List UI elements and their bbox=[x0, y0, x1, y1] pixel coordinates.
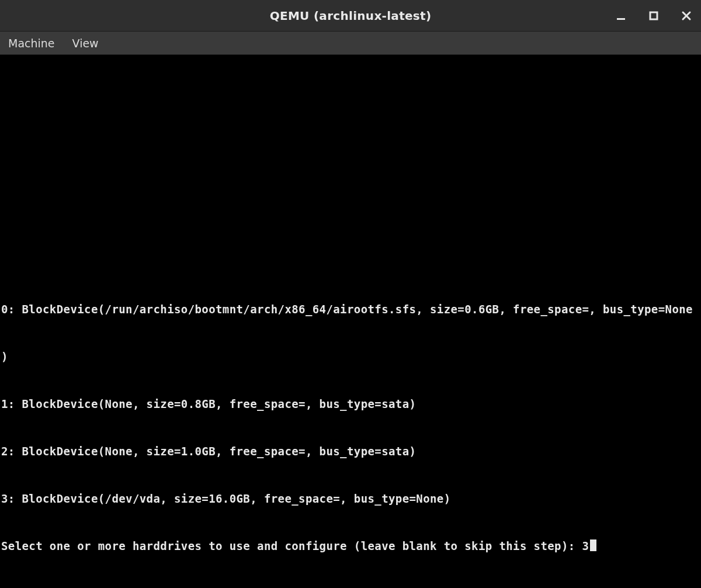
terminal-prompt: Select one or more harddrives to use and… bbox=[1, 539, 582, 552]
qemu-window: QEMU (archlinux-latest) Machine View 0: … bbox=[0, 0, 701, 588]
terminal-line: ) bbox=[0, 349, 701, 365]
guest-display[interactable]: 0: BlockDevice(/run/archiso/bootmnt/arch… bbox=[0, 55, 701, 588]
terminal-output: 0: BlockDevice(/run/archiso/bootmnt/arch… bbox=[0, 270, 701, 586]
window-title: QEMU (archlinux-latest) bbox=[0, 9, 701, 23]
terminal-line: 1: BlockDevice(None, size=0.8GB, free_sp… bbox=[0, 396, 701, 412]
maximize-button[interactable] bbox=[644, 6, 664, 26]
terminal-line: 3: BlockDevice(/dev/vda, size=16.0GB, fr… bbox=[0, 491, 701, 507]
svg-rect-1 bbox=[650, 12, 657, 19]
titlebar: QEMU (archlinux-latest) bbox=[0, 0, 701, 32]
window-controls bbox=[611, 0, 696, 31]
minimize-icon bbox=[616, 11, 626, 21]
close-button[interactable] bbox=[676, 6, 696, 26]
close-icon bbox=[681, 11, 692, 21]
menu-machine[interactable]: Machine bbox=[6, 34, 57, 52]
svg-rect-0 bbox=[617, 18, 625, 20]
minimize-button[interactable] bbox=[611, 6, 631, 26]
menu-view[interactable]: View bbox=[70, 34, 101, 52]
terminal-line: 2: BlockDevice(None, size=1.0GB, free_sp… bbox=[0, 444, 701, 459]
terminal-input[interactable]: 3 bbox=[582, 539, 589, 552]
menubar: Machine View bbox=[0, 32, 701, 55]
terminal-line: 0: BlockDevice(/run/archiso/bootmnt/arch… bbox=[0, 302, 701, 317]
cursor-icon bbox=[590, 539, 596, 551]
maximize-icon bbox=[648, 11, 659, 21]
terminal-prompt-line: Select one or more harddrives to use and… bbox=[0, 538, 701, 554]
